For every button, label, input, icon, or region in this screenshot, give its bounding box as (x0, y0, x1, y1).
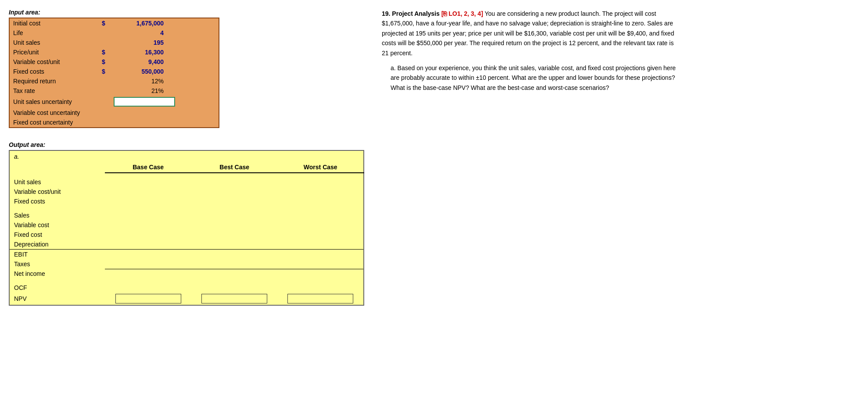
net-income-row: Net income (9, 269, 364, 278)
row-value (110, 108, 167, 118)
dollar-sign (97, 76, 110, 86)
table-row: Fixed costs (9, 196, 364, 206)
best-case-cell (191, 250, 278, 260)
base-case-cell (105, 250, 191, 260)
row-label: Unit sales uncertainty (9, 96, 97, 108)
table-row: Variable cost/unit $ 9,400 (9, 57, 219, 67)
input-table: Initial cost $ 1,675,000 Life 4 Unit sal… (9, 18, 219, 128)
net-income-label: Net income (9, 269, 105, 278)
sub-question-a: a. Based on your experience, you think t… (391, 63, 680, 93)
best-case-cell (191, 196, 278, 206)
row-label: Tax rate (9, 86, 97, 96)
row-value: 550,000 (110, 67, 167, 76)
npv-base-case-input[interactable] (115, 294, 181, 303)
worst-case-cell (277, 269, 364, 278)
table-row: Life 4 (9, 28, 219, 38)
row-label: Price/unit (9, 47, 97, 57)
table-row: Price/unit $ 16,300 (9, 47, 219, 57)
row-label: Unit sales (9, 177, 105, 187)
table-row: Variable cost/unit (9, 187, 364, 196)
row-value: 16,300 (110, 47, 167, 57)
worst-case-cell (277, 230, 364, 239)
lo-tag: [⎘ LO1, 2, 3, 4] (441, 10, 483, 17)
table-row: Unit sales 195 (9, 38, 219, 47)
best-case-cell (191, 211, 278, 220)
base-case-cell (105, 211, 191, 220)
depreciation-label: Depreciation (9, 239, 105, 250)
base-case-cell (105, 269, 191, 278)
dollar-sign: $ (97, 18, 110, 28)
dollar-sign (97, 118, 110, 128)
row-label: Sales (9, 211, 105, 220)
best-case-cell (191, 177, 278, 187)
output-section: Output area: a. Base Case Best Case Wors… (9, 141, 364, 306)
dollar-sign: $ (97, 57, 110, 67)
worst-case-cell (277, 196, 364, 206)
row-label: Fixed costs (9, 196, 105, 206)
row-label: Taxes (9, 259, 105, 269)
row-value: 12% (110, 76, 167, 86)
input-area-label: Input area: (9, 9, 364, 16)
best-case-cell (191, 259, 278, 269)
npv-row: NPV (9, 293, 364, 305)
row-value: 21% (110, 86, 167, 96)
npv-best-case-input[interactable] (201, 294, 267, 303)
column-header-row: Base Case Best Case Worst Case (9, 162, 364, 173)
base-case-header: Base Case (105, 162, 191, 173)
output-area-label: Output area: (9, 141, 364, 148)
row-label: Variable cost (9, 220, 105, 230)
npv-worst-case-input[interactable] (287, 294, 353, 303)
output-table: a. Base Case Best Case Worst Case Unit s… (9, 150, 364, 306)
base-case-cell (105, 177, 191, 187)
sub-a-text: Based on your experience, you think the … (391, 64, 676, 91)
table-row: Fixed cost (9, 230, 364, 239)
row-value: 195 (110, 38, 167, 47)
sub-a-label: a. (391, 64, 396, 71)
main-layout: Input area: Initial cost $ 1,675,000 Lif… (9, 9, 859, 306)
base-case-cell (105, 187, 191, 196)
worst-case-cell (277, 250, 364, 260)
row-label: Fixed costs (9, 67, 97, 76)
dollar-sign (97, 108, 110, 118)
spacer-row (9, 173, 364, 177)
depreciation-row: Depreciation (9, 239, 364, 250)
worst-case-header: Worst Case (277, 162, 364, 173)
worst-case-cell (277, 187, 364, 196)
dollar-sign (97, 38, 110, 47)
spacer-row (9, 278, 364, 283)
base-case-cell (105, 230, 191, 239)
table-row: Unit sales (9, 177, 364, 187)
row-label: Fixed cost uncertainty (9, 118, 97, 128)
row-label: Variable cost uncertainty (9, 108, 97, 118)
table-row: Initial cost $ 1,675,000 (9, 18, 219, 28)
best-case-cell (191, 230, 278, 239)
row-label: Initial cost (9, 18, 97, 28)
row-label: Required return (9, 76, 97, 86)
section-a-row: a. (9, 150, 364, 162)
section-a-label: a. (9, 150, 105, 162)
row-value: 1,675,000 (110, 18, 167, 28)
worst-case-cell (277, 239, 364, 250)
right-panel: 19. Project Analysis [⎘ LO1, 2, 3, 4] Yo… (382, 9, 680, 93)
row-label: Fixed cost (9, 230, 105, 239)
table-row: EBIT (9, 250, 364, 260)
row-value (110, 118, 167, 128)
best-case-cell (191, 239, 278, 250)
worst-case-cell (277, 220, 364, 230)
table-row: Variable cost uncertainty (9, 108, 219, 118)
row-label: Variable cost/unit (9, 57, 97, 67)
row-value: 4 (110, 28, 167, 38)
base-case-cell (105, 220, 191, 230)
row-label: EBIT (9, 250, 105, 260)
question-text: 19. Project Analysis [⎘ LO1, 2, 3, 4] Yo… (382, 9, 680, 58)
row-label: Unit sales (9, 38, 97, 47)
base-case-cell (105, 239, 191, 250)
base-case-cell (105, 283, 191, 293)
worst-case-cell (277, 283, 364, 293)
table-row: Fixed cost uncertainty (9, 118, 219, 128)
row-value: 9,400 (110, 57, 167, 67)
row-label: Life (9, 28, 97, 38)
base-case-cell (105, 196, 191, 206)
worst-case-cell (277, 177, 364, 187)
unit-sales-uncertainty-input[interactable] (114, 97, 175, 107)
